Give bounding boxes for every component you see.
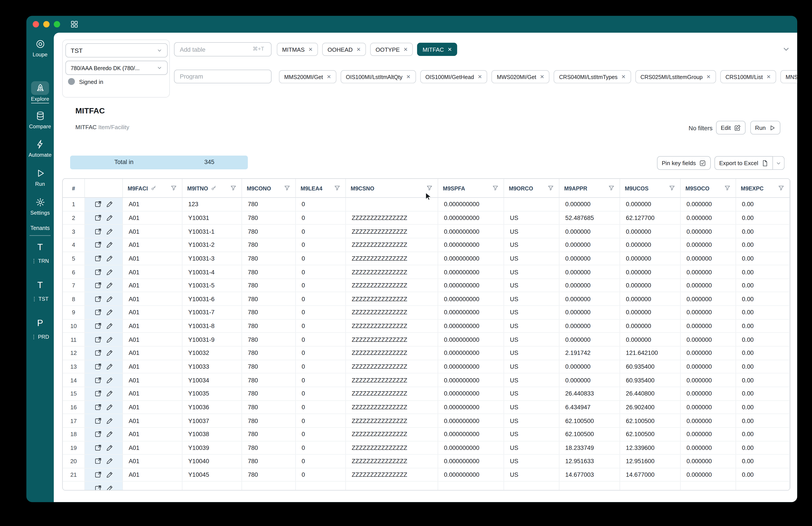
- filter-icon[interactable]: [608, 185, 615, 191]
- column-header-actions[interactable]: [85, 179, 123, 197]
- edit-record-button[interactable]: [106, 228, 113, 235]
- edit-record-button[interactable]: [106, 255, 113, 262]
- close-icon[interactable]: ✕: [403, 47, 408, 52]
- edit-record-button[interactable]: [106, 403, 113, 411]
- apps-grid-icon[interactable]: [70, 20, 78, 28]
- export-to-excel-button[interactable]: Export to Excel: [714, 156, 773, 170]
- edit-record-button[interactable]: [106, 295, 113, 302]
- open-record-button[interactable]: [94, 255, 101, 262]
- filter-icon[interactable]: [547, 185, 554, 191]
- column-header-m9appr[interactable]: M9APPR: [560, 179, 620, 197]
- filter-icon[interactable]: [284, 185, 291, 191]
- environment-select[interactable]: TST: [66, 43, 168, 57]
- table-chip-mitmas[interactable]: MITMAS✕: [277, 43, 318, 56]
- sidebar-item-automate[interactable]: Automate: [26, 137, 54, 158]
- edit-record-button[interactable]: [106, 376, 113, 384]
- program-input[interactable]: [174, 70, 272, 83]
- close-icon[interactable]: ✕: [327, 74, 331, 80]
- filter-icon[interactable]: [170, 185, 177, 191]
- open-record-button[interactable]: [94, 458, 101, 465]
- run-query-button[interactable]: Run: [750, 121, 781, 134]
- table-chip-oohead[interactable]: OOHEAD✕: [322, 43, 366, 56]
- open-record-button[interactable]: [94, 282, 101, 289]
- edit-record-button[interactable]: [106, 282, 113, 289]
- open-record-button[interactable]: [94, 228, 101, 235]
- open-record-button[interactable]: [94, 417, 101, 424]
- close-icon[interactable]: ✕: [540, 74, 545, 80]
- tenant-prd[interactable]: P⋮PRD: [26, 318, 54, 340]
- edit-record-button[interactable]: [106, 349, 113, 357]
- column-header-m9expc[interactable]: M9EXPC: [736, 179, 790, 197]
- open-record-button[interactable]: [94, 376, 101, 384]
- program-chip-mms200mi-get[interactable]: MMS200MI/Get✕: [279, 70, 336, 83]
- column-header-m9cono[interactable]: M9CONO: [242, 179, 296, 197]
- open-record-button[interactable]: [94, 241, 101, 248]
- edit-record-button[interactable]: [106, 417, 113, 424]
- close-icon[interactable]: ✕: [478, 74, 482, 80]
- program-chip-mws020mi-get[interactable]: MWS020MI/Get✕: [492, 70, 550, 83]
- column-header-m9spfa[interactable]: M9SPFA: [438, 179, 504, 197]
- program-chip-crs025mi-lstitemgroup[interactable]: CRS025MI/LstItemGroup✕: [635, 70, 716, 83]
- tenant-tst[interactable]: T⋮TST: [26, 280, 54, 302]
- dots-vertical-icon[interactable]: ⋮: [32, 296, 37, 302]
- column-header-rownum[interactable]: #: [63, 179, 85, 197]
- filter-icon[interactable]: [669, 185, 676, 191]
- zoom-window-button[interactable]: [54, 21, 60, 28]
- edit-record-button[interactable]: [106, 458, 113, 465]
- open-record-button[interactable]: [94, 471, 101, 479]
- filter-icon[interactable]: [778, 185, 784, 191]
- table-chip-mitfac[interactable]: MITFAC✕: [417, 43, 457, 56]
- open-record-button[interactable]: [94, 390, 101, 397]
- column-header-m9itno[interactable]: M9ITNO: [183, 179, 242, 197]
- open-record-button[interactable]: [94, 295, 101, 302]
- open-record-button[interactable]: [94, 309, 101, 316]
- company-select[interactable]: 780/AAA Beredo DK (780/...: [66, 61, 168, 75]
- filter-icon[interactable]: [492, 185, 499, 191]
- column-header-m9faci[interactable]: M9FACI: [123, 179, 183, 197]
- close-icon[interactable]: ✕: [406, 74, 411, 80]
- edit-button[interactable]: Edit: [716, 121, 745, 134]
- edit-record-button[interactable]: [106, 322, 113, 330]
- open-record-button[interactable]: [94, 403, 101, 411]
- program-chip-mns1[interactable]: MNS1: [780, 70, 797, 83]
- pin-key-fields-button[interactable]: Pin key fields: [657, 156, 711, 170]
- edit-record-button[interactable]: [106, 268, 113, 276]
- sidebar-item-loupe[interactable]: Loupe: [26, 37, 54, 57]
- edit-record-button[interactable]: [106, 336, 113, 343]
- open-record-button[interactable]: [94, 349, 101, 357]
- close-icon[interactable]: ✕: [621, 74, 626, 80]
- edit-record-button[interactable]: [106, 363, 113, 370]
- open-record-button[interactable]: [94, 268, 101, 276]
- minimize-window-button[interactable]: [43, 21, 50, 28]
- edit-record-button[interactable]: [106, 444, 113, 452]
- open-record-button[interactable]: [94, 444, 101, 452]
- edit-record-button[interactable]: [106, 485, 113, 491]
- column-header-m9ucos[interactable]: M9UCOS: [620, 179, 681, 197]
- open-record-button[interactable]: [94, 430, 101, 438]
- filter-icon[interactable]: [426, 185, 433, 191]
- sidebar-item-compare[interactable]: Compare: [26, 109, 54, 129]
- edit-record-button[interactable]: [106, 309, 113, 316]
- program-chip-crs040mi-lstitmtypes[interactable]: CRS040MI/LstItmTypes✕: [554, 70, 631, 83]
- column-header-m9orco[interactable]: M9ORCO: [504, 179, 560, 197]
- table-chip-ootype[interactable]: OOTYPE✕: [370, 43, 413, 56]
- edit-record-button[interactable]: [106, 471, 113, 479]
- filter-icon[interactable]: [230, 185, 237, 191]
- open-record-button[interactable]: [94, 214, 101, 222]
- edit-record-button[interactable]: [106, 214, 113, 222]
- program-chip-crs100mi-list[interactable]: CRS100MI/List✕: [720, 70, 776, 83]
- close-icon[interactable]: ✕: [766, 74, 771, 80]
- open-record-button[interactable]: [94, 322, 101, 330]
- close-icon[interactable]: ✕: [308, 47, 313, 52]
- column-header-m9soco[interactable]: M9SOCO: [681, 179, 736, 197]
- sidebar-item-explore[interactable]: Explore: [26, 81, 54, 103]
- edit-record-button[interactable]: [106, 390, 113, 397]
- dots-vertical-icon[interactable]: ⋮: [31, 334, 37, 340]
- collapse-chevron-icon[interactable]: [782, 45, 790, 53]
- edit-record-button[interactable]: [106, 430, 113, 438]
- close-window-button[interactable]: [33, 21, 39, 28]
- edit-record-button[interactable]: [106, 241, 113, 248]
- column-header-m9lea4[interactable]: M9LEA4: [296, 179, 346, 197]
- dots-vertical-icon[interactable]: ⋮: [31, 258, 37, 264]
- close-icon[interactable]: ✕: [356, 47, 361, 52]
